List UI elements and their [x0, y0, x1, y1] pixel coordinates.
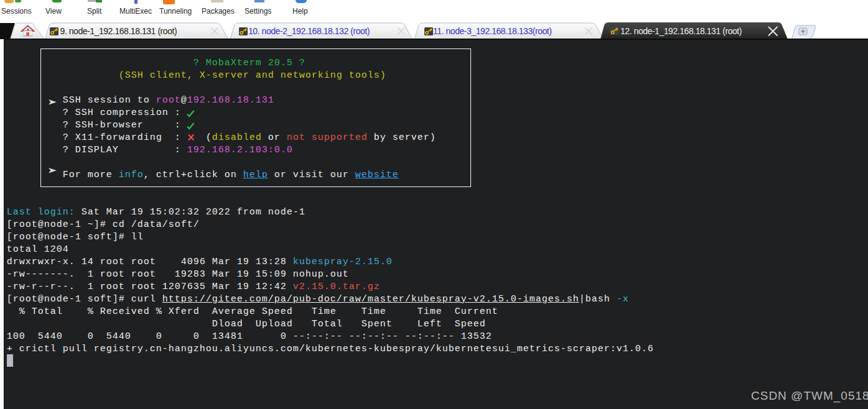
svg-text:10. node-2_192.168.18.132 (roo: 10. node-2_192.168.18.132 (root) — [248, 26, 370, 36]
svg-text:9. node-1_192.168.18.131 (root: 9. node-1_192.168.18.131 (root) — [60, 26, 177, 36]
svg-text:12. node-1_192.168.18.131 (roo: 12. node-1_192.168.18.131 (root) — [620, 26, 742, 36]
svg-text:11. node-3_192.168.18.133(root: 11. node-3_192.168.18.133(root) — [433, 26, 552, 36]
